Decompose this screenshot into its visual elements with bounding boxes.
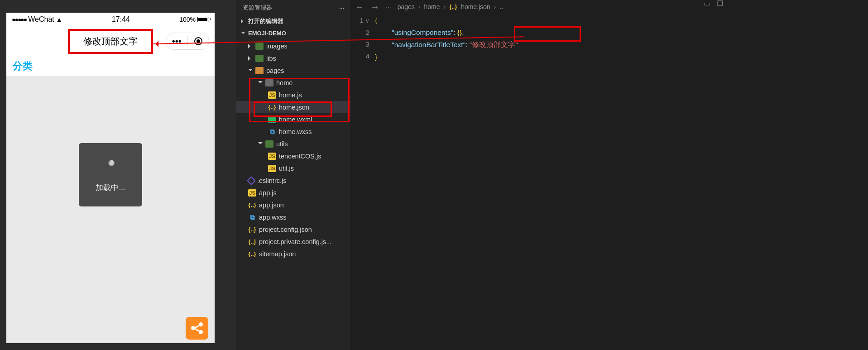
nav-title: 修改顶部文字 xyxy=(83,35,138,48)
nav-bar: 修改顶部文字 ••• xyxy=(6,26,215,56)
folder-pages[interactable]: pages xyxy=(236,64,350,77)
crumb-more[interactable]: ... xyxy=(499,3,505,10)
file-util-js[interactable]: JSutil.js xyxy=(236,162,350,174)
folder-libs[interactable]: libs xyxy=(236,52,350,64)
category-label[interactable]: 分类 xyxy=(13,59,33,73)
file-app-json[interactable]: {..}app.json xyxy=(236,199,350,211)
file-tree: images libs pages home JShome.js {..}hom… xyxy=(236,39,350,260)
explorer-header: 资源管理器 ··· xyxy=(236,0,350,15)
file-sitemap[interactable]: {..}sitemap.json xyxy=(236,248,350,260)
nav-forward-icon[interactable]: → xyxy=(370,2,379,12)
battery-pct: 100% xyxy=(179,16,196,23)
crumb-pages[interactable]: pages xyxy=(398,3,415,10)
code-editor[interactable]: ▭ ☐ ← → ··· pages › home › {..} home.jso… xyxy=(350,0,868,350)
project-name: EMOJI-DEMO xyxy=(248,30,286,37)
open-editors-label: 打开的编辑器 xyxy=(248,17,283,25)
status-time: 17:44 xyxy=(62,15,180,24)
annotation-box-jsonfile xyxy=(254,101,332,117)
wifi-icon: ▲ xyxy=(56,16,62,23)
annotation-box-value xyxy=(514,26,581,42)
crumb-file[interactable]: home.json xyxy=(461,3,490,10)
json-icon: {..} xyxy=(449,3,457,10)
open-editors-section[interactable]: 打开的编辑器 xyxy=(236,15,350,27)
file-home-wxss[interactable]: ⧉home.wxss xyxy=(236,125,350,138)
chevron-right-icon xyxy=(241,19,245,24)
nav-back-icon[interactable]: ← xyxy=(355,2,364,12)
file-project-private[interactable]: {..}project.private.config.js... xyxy=(236,235,350,248)
crumb-home[interactable]: home xyxy=(424,3,440,10)
file-eslintrc[interactable]: .eslintrc.js xyxy=(236,174,350,187)
file-tencentcos[interactable]: JStencentCOS.js xyxy=(236,150,350,162)
explorer-panel: 资源管理器 ··· 打开的编辑器 EMOJI-DEMO images libs … xyxy=(236,0,350,350)
simulator-preview: ●●●●● WeChat ▲ 17:44 100% 修改顶部文字 ••• 分类 xyxy=(6,13,215,343)
capsule-button[interactable]: ••• xyxy=(166,33,209,50)
capsule-close-icon[interactable] xyxy=(188,37,209,45)
loading-text: 加载中... xyxy=(96,182,125,193)
nav-title-highlight: 修改顶部文字 xyxy=(68,29,153,54)
compare-icon[interactable]: ▭ xyxy=(704,0,710,8)
status-bar: ●●●●● WeChat ▲ 17:44 100% xyxy=(6,13,215,26)
spinner-icon xyxy=(101,157,120,176)
file-app-wxss[interactable]: ⧉app.wxss xyxy=(236,211,350,223)
title-text-value: 修改顶部文字 xyxy=(472,41,515,48)
battery-icon xyxy=(197,17,209,22)
carrier-label: WeChat xyxy=(28,15,54,24)
capsule-menu-icon[interactable]: ••• xyxy=(166,36,187,47)
signal-icon: ●●●●● xyxy=(12,16,26,23)
file-app-js[interactable]: JSapp.js xyxy=(236,187,350,199)
file-project-config[interactable]: {..}project.config.json xyxy=(236,223,350,235)
breadcrumb-bar: ← → ··· pages › home › {..} home.json › … xyxy=(350,0,868,14)
share-fab[interactable] xyxy=(186,317,208,340)
loading-toast: 加载中... xyxy=(79,143,142,206)
explorer-more-icon[interactable]: ··· xyxy=(339,5,344,11)
explorer-title: 资源管理器 xyxy=(243,4,272,12)
chevron-down-icon xyxy=(241,32,245,36)
share-icon xyxy=(191,322,203,334)
project-section[interactable]: EMOJI-DEMO xyxy=(236,27,350,39)
folder-utils[interactable]: utils xyxy=(236,138,350,150)
bookmark-icon[interactable]: ☐ xyxy=(717,0,723,8)
category-bar[interactable]: 分类 xyxy=(6,56,215,76)
